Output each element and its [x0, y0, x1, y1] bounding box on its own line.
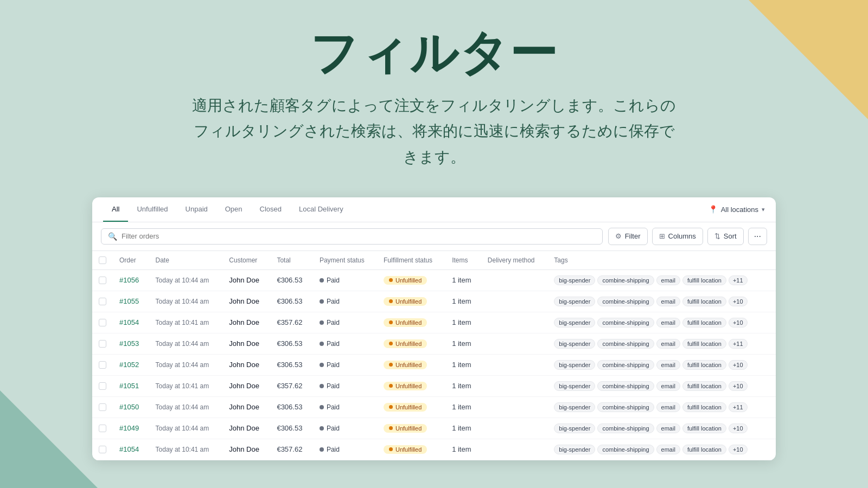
row-tags: big-spendercombine-shippingemailfulfill … — [547, 396, 776, 418]
row-customer[interactable]: John Doe — [222, 375, 270, 396]
unfulfilled-dot — [389, 299, 393, 303]
row-checkbox-cell — [92, 269, 113, 291]
row-order-number[interactable]: #1053 — [113, 333, 149, 354]
row-date: Today at 10:41 am — [149, 439, 223, 460]
row-date: Today at 10:44 am — [149, 418, 223, 439]
row-delivery-method — [481, 269, 547, 291]
select-all-checkbox[interactable] — [99, 256, 106, 264]
tag-badge: combine-shipping — [597, 402, 654, 412]
row-customer[interactable]: John Doe — [222, 418, 270, 439]
row-fulfillment-status: Unfulfilled — [377, 439, 445, 460]
tag-more: +10 — [729, 297, 748, 306]
corner-decoration-bottom-left — [0, 390, 98, 488]
row-order-number[interactable]: #1052 — [113, 354, 149, 375]
filter-icon: ⚙ — [615, 232, 622, 240]
locations-label: All locations — [721, 206, 758, 214]
row-delivery-method — [481, 375, 547, 396]
tab-closed[interactable]: Closed — [251, 197, 290, 222]
row-checkbox[interactable] — [99, 298, 106, 305]
columns-button[interactable]: ⊞ Columns — [652, 228, 703, 245]
row-order-number[interactable]: #1054 — [113, 312, 149, 333]
row-checkbox[interactable] — [99, 446, 106, 453]
row-customer[interactable]: John Doe — [222, 269, 270, 291]
table-row: #1056Today at 10:44 amJohn Doe€306.53Pai… — [92, 269, 776, 291]
row-date: Today at 10:44 am — [149, 333, 223, 354]
tabs-list: All Unfulfilled Unpaid Open Closed Local… — [103, 197, 352, 222]
row-checkbox[interactable] — [99, 425, 106, 432]
paid-dot — [320, 299, 324, 304]
sort-icon: ⇅ — [714, 232, 720, 240]
row-order-number[interactable]: #1049 — [113, 418, 149, 439]
row-checkbox[interactable] — [99, 340, 106, 348]
row-customer[interactable]: John Doe — [222, 312, 270, 333]
tag-badge: fulfill location — [682, 275, 726, 285]
header-items: Items — [445, 251, 481, 270]
tag-badge: combine-shipping — [597, 381, 654, 391]
tag-badge: fulfill location — [682, 297, 726, 306]
row-items: 1 item — [445, 418, 481, 439]
row-fulfillment-status: Unfulfilled — [377, 396, 445, 418]
row-checkbox[interactable] — [99, 382, 106, 390]
chevron-down-icon: ▾ — [762, 206, 765, 213]
filter-button[interactable]: ⚙ Filter — [608, 228, 648, 245]
row-items: 1 item — [445, 312, 481, 333]
row-fulfillment-status: Unfulfilled — [377, 291, 445, 312]
row-payment-status: Paid — [313, 269, 377, 291]
unfulfilled-dot — [389, 447, 393, 451]
tag-badge: fulfill location — [682, 423, 726, 433]
row-customer[interactable]: John Doe — [222, 333, 270, 354]
tabs-row: All Unfulfilled Unpaid Open Closed Local… — [92, 197, 776, 222]
row-order-number[interactable]: #1051 — [113, 375, 149, 396]
row-payment-status: Paid — [313, 418, 377, 439]
tab-unfulfilled[interactable]: Unfulfilled — [128, 197, 176, 222]
paid-dot — [320, 342, 324, 346]
row-order-number[interactable]: #1054 — [113, 439, 149, 460]
row-items: 1 item — [445, 375, 481, 396]
tab-all[interactable]: All — [103, 197, 128, 222]
row-checkbox-cell — [92, 439, 113, 460]
table-row: #1054Today at 10:41 amJohn Doe€357.62Pai… — [92, 312, 776, 333]
row-order-number[interactable]: #1055 — [113, 291, 149, 312]
tag-badge: big-spender — [554, 275, 595, 285]
search-box[interactable]: 🔍 — [101, 228, 603, 245]
tab-local-delivery[interactable]: Local Delivery — [290, 197, 352, 222]
tag-more: +10 — [729, 381, 748, 391]
row-payment-status: Paid — [313, 354, 377, 375]
table-row: #1054Today at 10:41 amJohn Doe€357.62Pai… — [92, 439, 776, 460]
tab-open[interactable]: Open — [216, 197, 251, 222]
orders-panel: All Unfulfilled Unpaid Open Closed Local… — [92, 197, 776, 460]
row-total: €306.53 — [270, 333, 313, 354]
header-tags: Tags — [547, 251, 776, 270]
row-checkbox-cell — [92, 418, 113, 439]
row-checkbox[interactable] — [99, 319, 106, 326]
table-row: #1049Today at 10:44 amJohn Doe€306.53Pai… — [92, 418, 776, 439]
row-customer[interactable]: John Doe — [222, 354, 270, 375]
row-customer[interactable]: John Doe — [222, 439, 270, 460]
row-total: €357.62 — [270, 439, 313, 460]
row-customer[interactable]: John Doe — [222, 291, 270, 312]
row-order-number[interactable]: #1050 — [113, 396, 149, 418]
locations-dropdown[interactable]: 📍 All locations ▾ — [709, 205, 765, 214]
row-payment-status: Paid — [313, 396, 377, 418]
header-payment-status: Payment status — [313, 251, 377, 270]
tag-badge: fulfill location — [682, 339, 726, 349]
row-order-number[interactable]: #1056 — [113, 269, 149, 291]
location-pin-icon: 📍 — [709, 205, 718, 214]
search-input[interactable] — [122, 232, 596, 240]
row-checkbox[interactable] — [99, 361, 106, 369]
paid-dot — [320, 426, 324, 431]
row-checkbox[interactable] — [99, 277, 106, 284]
tag-badge: email — [656, 445, 680, 454]
row-delivery-method — [481, 291, 547, 312]
sort-button[interactable]: ⇅ Sort — [707, 228, 744, 245]
row-checkbox[interactable] — [99, 403, 106, 411]
more-button[interactable]: ··· — [748, 228, 767, 245]
tag-badge: big-spender — [554, 445, 595, 454]
row-total: €306.53 — [270, 291, 313, 312]
tab-unpaid[interactable]: Unpaid — [177, 197, 216, 222]
unfulfilled-dot — [389, 426, 393, 430]
row-customer[interactable]: John Doe — [222, 396, 270, 418]
tag-badge: email — [656, 339, 680, 349]
tag-badge: fulfill location — [682, 445, 726, 454]
row-tags: big-spendercombine-shippingemailfulfill … — [547, 333, 776, 354]
